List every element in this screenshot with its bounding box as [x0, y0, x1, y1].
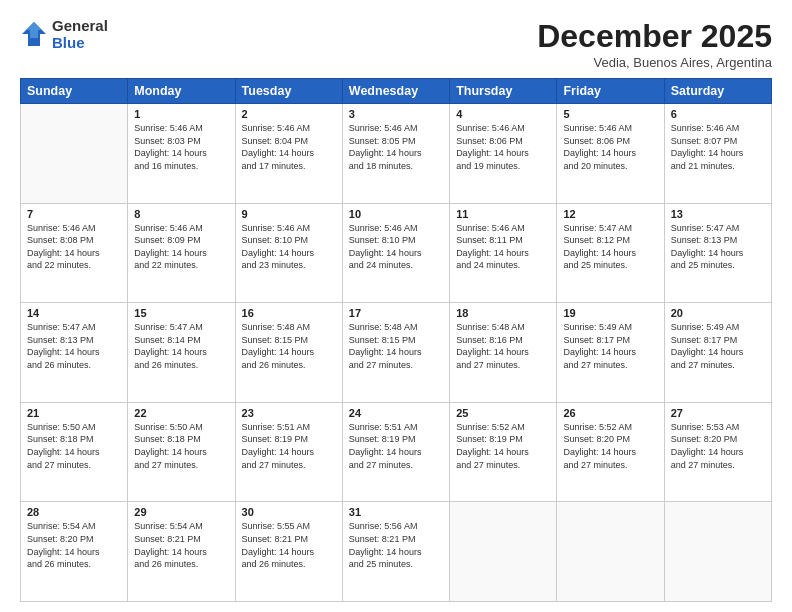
day-info: Sunrise: 5:48 AMSunset: 8:15 PMDaylight:… [242, 321, 336, 371]
day-number: 1 [134, 108, 228, 120]
day-info: Sunrise: 5:46 AMSunset: 8:08 PMDaylight:… [27, 222, 121, 272]
table-row: 10Sunrise: 5:46 AMSunset: 8:10 PMDayligh… [342, 203, 449, 303]
logo-icon [20, 20, 48, 48]
day-number: 15 [134, 307, 228, 319]
logo: General Blue [20, 18, 108, 51]
table-row: 13Sunrise: 5:47 AMSunset: 8:13 PMDayligh… [664, 203, 771, 303]
table-row: 3Sunrise: 5:46 AMSunset: 8:05 PMDaylight… [342, 104, 449, 204]
day-info: Sunrise: 5:47 AMSunset: 8:13 PMDaylight:… [671, 222, 765, 272]
table-row: 20Sunrise: 5:49 AMSunset: 8:17 PMDayligh… [664, 303, 771, 403]
header: General Blue December 2025 Vedia, Buenos… [20, 18, 772, 70]
day-number: 2 [242, 108, 336, 120]
day-info: Sunrise: 5:48 AMSunset: 8:15 PMDaylight:… [349, 321, 443, 371]
table-row: 11Sunrise: 5:46 AMSunset: 8:11 PMDayligh… [450, 203, 557, 303]
table-row: 5Sunrise: 5:46 AMSunset: 8:06 PMDaylight… [557, 104, 664, 204]
day-info: Sunrise: 5:46 AMSunset: 8:09 PMDaylight:… [134, 222, 228, 272]
day-info: Sunrise: 5:46 AMSunset: 8:06 PMDaylight:… [563, 122, 657, 172]
day-number: 20 [671, 307, 765, 319]
table-row: 18Sunrise: 5:48 AMSunset: 8:16 PMDayligh… [450, 303, 557, 403]
calendar-table: Sunday Monday Tuesday Wednesday Thursday… [20, 78, 772, 602]
logo-general: General [52, 18, 108, 35]
day-info: Sunrise: 5:48 AMSunset: 8:16 PMDaylight:… [456, 321, 550, 371]
day-info: Sunrise: 5:47 AMSunset: 8:12 PMDaylight:… [563, 222, 657, 272]
table-row: 6Sunrise: 5:46 AMSunset: 8:07 PMDaylight… [664, 104, 771, 204]
table-row: 19Sunrise: 5:49 AMSunset: 8:17 PMDayligh… [557, 303, 664, 403]
col-wednesday: Wednesday [342, 79, 449, 104]
table-row: 14Sunrise: 5:47 AMSunset: 8:13 PMDayligh… [21, 303, 128, 403]
calendar-week-row: 21Sunrise: 5:50 AMSunset: 8:18 PMDayligh… [21, 402, 772, 502]
table-row [450, 502, 557, 602]
day-info: Sunrise: 5:52 AMSunset: 8:20 PMDaylight:… [563, 421, 657, 471]
day-number: 16 [242, 307, 336, 319]
day-info: Sunrise: 5:54 AMSunset: 8:21 PMDaylight:… [134, 520, 228, 570]
day-number: 3 [349, 108, 443, 120]
day-info: Sunrise: 5:53 AMSunset: 8:20 PMDaylight:… [671, 421, 765, 471]
col-tuesday: Tuesday [235, 79, 342, 104]
day-number: 19 [563, 307, 657, 319]
day-number: 7 [27, 208, 121, 220]
day-info: Sunrise: 5:47 AMSunset: 8:13 PMDaylight:… [27, 321, 121, 371]
day-number: 18 [456, 307, 550, 319]
day-info: Sunrise: 5:50 AMSunset: 8:18 PMDaylight:… [134, 421, 228, 471]
day-info: Sunrise: 5:49 AMSunset: 8:17 PMDaylight:… [671, 321, 765, 371]
location-subtitle: Vedia, Buenos Aires, Argentina [537, 55, 772, 70]
table-row: 30Sunrise: 5:55 AMSunset: 8:21 PMDayligh… [235, 502, 342, 602]
day-info: Sunrise: 5:46 AMSunset: 8:04 PMDaylight:… [242, 122, 336, 172]
table-row: 12Sunrise: 5:47 AMSunset: 8:12 PMDayligh… [557, 203, 664, 303]
day-number: 6 [671, 108, 765, 120]
col-sunday: Sunday [21, 79, 128, 104]
table-row: 4Sunrise: 5:46 AMSunset: 8:06 PMDaylight… [450, 104, 557, 204]
table-row: 24Sunrise: 5:51 AMSunset: 8:19 PMDayligh… [342, 402, 449, 502]
page: General Blue December 2025 Vedia, Buenos… [0, 0, 792, 612]
table-row: 22Sunrise: 5:50 AMSunset: 8:18 PMDayligh… [128, 402, 235, 502]
table-row [557, 502, 664, 602]
day-number: 27 [671, 407, 765, 419]
calendar-week-row: 7Sunrise: 5:46 AMSunset: 8:08 PMDaylight… [21, 203, 772, 303]
day-number: 13 [671, 208, 765, 220]
day-info: Sunrise: 5:46 AMSunset: 8:10 PMDaylight:… [349, 222, 443, 272]
table-row: 25Sunrise: 5:52 AMSunset: 8:19 PMDayligh… [450, 402, 557, 502]
day-number: 14 [27, 307, 121, 319]
table-row: 7Sunrise: 5:46 AMSunset: 8:08 PMDaylight… [21, 203, 128, 303]
table-row: 1Sunrise: 5:46 AMSunset: 8:03 PMDaylight… [128, 104, 235, 204]
table-row: 28Sunrise: 5:54 AMSunset: 8:20 PMDayligh… [21, 502, 128, 602]
table-row: 15Sunrise: 5:47 AMSunset: 8:14 PMDayligh… [128, 303, 235, 403]
day-info: Sunrise: 5:46 AMSunset: 8:07 PMDaylight:… [671, 122, 765, 172]
day-info: Sunrise: 5:50 AMSunset: 8:18 PMDaylight:… [27, 421, 121, 471]
day-number: 31 [349, 506, 443, 518]
day-info: Sunrise: 5:46 AMSunset: 8:03 PMDaylight:… [134, 122, 228, 172]
table-row: 29Sunrise: 5:54 AMSunset: 8:21 PMDayligh… [128, 502, 235, 602]
day-number: 4 [456, 108, 550, 120]
calendar-week-row: 1Sunrise: 5:46 AMSunset: 8:03 PMDaylight… [21, 104, 772, 204]
calendar-body: 1Sunrise: 5:46 AMSunset: 8:03 PMDaylight… [21, 104, 772, 602]
day-number: 25 [456, 407, 550, 419]
day-info: Sunrise: 5:47 AMSunset: 8:14 PMDaylight:… [134, 321, 228, 371]
day-number: 17 [349, 307, 443, 319]
title-block: December 2025 Vedia, Buenos Aires, Argen… [537, 18, 772, 70]
table-row: 26Sunrise: 5:52 AMSunset: 8:20 PMDayligh… [557, 402, 664, 502]
col-saturday: Saturday [664, 79, 771, 104]
calendar-week-row: 28Sunrise: 5:54 AMSunset: 8:20 PMDayligh… [21, 502, 772, 602]
day-number: 30 [242, 506, 336, 518]
table-row: 17Sunrise: 5:48 AMSunset: 8:15 PMDayligh… [342, 303, 449, 403]
day-number: 23 [242, 407, 336, 419]
table-row [664, 502, 771, 602]
day-number: 28 [27, 506, 121, 518]
day-info: Sunrise: 5:52 AMSunset: 8:19 PMDaylight:… [456, 421, 550, 471]
table-row: 9Sunrise: 5:46 AMSunset: 8:10 PMDaylight… [235, 203, 342, 303]
day-number: 29 [134, 506, 228, 518]
day-number: 26 [563, 407, 657, 419]
col-monday: Monday [128, 79, 235, 104]
col-thursday: Thursday [450, 79, 557, 104]
day-info: Sunrise: 5:51 AMSunset: 8:19 PMDaylight:… [349, 421, 443, 471]
calendar-header-row: Sunday Monday Tuesday Wednesday Thursday… [21, 79, 772, 104]
day-info: Sunrise: 5:51 AMSunset: 8:19 PMDaylight:… [242, 421, 336, 471]
table-row: 23Sunrise: 5:51 AMSunset: 8:19 PMDayligh… [235, 402, 342, 502]
table-row: 16Sunrise: 5:48 AMSunset: 8:15 PMDayligh… [235, 303, 342, 403]
day-info: Sunrise: 5:55 AMSunset: 8:21 PMDaylight:… [242, 520, 336, 570]
day-info: Sunrise: 5:46 AMSunset: 8:10 PMDaylight:… [242, 222, 336, 272]
table-row: 21Sunrise: 5:50 AMSunset: 8:18 PMDayligh… [21, 402, 128, 502]
col-friday: Friday [557, 79, 664, 104]
table-row: 31Sunrise: 5:56 AMSunset: 8:21 PMDayligh… [342, 502, 449, 602]
month-year-title: December 2025 [537, 18, 772, 55]
